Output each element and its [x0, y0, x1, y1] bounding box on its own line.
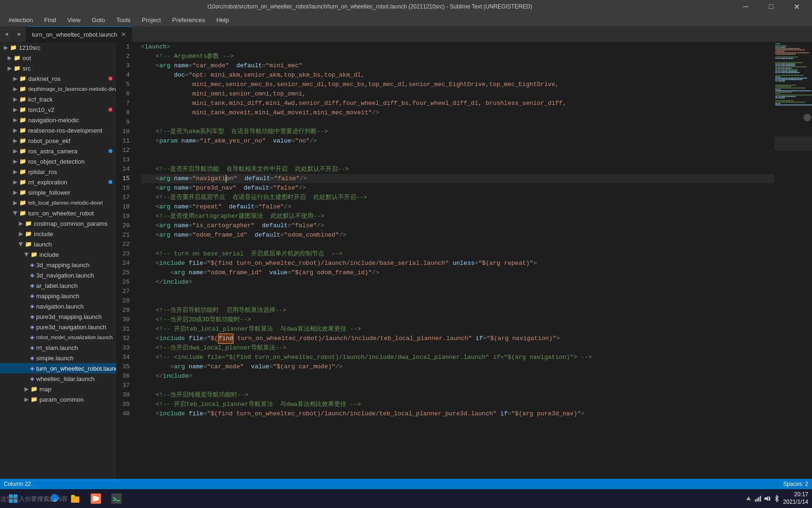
code-line-25: <arg name="odom_frame_id" value="$(arg o…	[141, 268, 774, 278]
tab-nav-prev[interactable]: ◀	[0, 26, 13, 42]
sidebar-item-pure3d-mapping[interactable]: ◈ pure3d_mapping.launch	[0, 311, 116, 322]
menu-selection[interactable]: #election	[4, 15, 38, 25]
sidebar-item-map[interactable]: ▶ 📁 map	[0, 384, 116, 394]
sidebar-item-teb[interactable]: ▶ 📁 teb_local_planner-melodic-devel	[0, 198, 116, 208]
code-line-15: <arg name="navigation" default="false"/>	[141, 174, 774, 183]
tab-close-button[interactable]: ✕	[121, 31, 126, 38]
sidebar-item-pure3d-nav[interactable]: ◈ pure3d_navigation.launch	[0, 322, 116, 332]
line-num-17: 17	[117, 193, 133, 202]
sidebar-label: costmap_common_params	[34, 220, 108, 227]
menu-project[interactable]: Project	[137, 15, 165, 25]
menu-find[interactable]: Find	[39, 15, 61, 25]
menu-tools[interactable]: Tools	[111, 15, 135, 25]
sidebar-item-astra[interactable]: ▶ 📁 ros_astra_camera	[0, 146, 116, 156]
sidebar-label: realsense-ros-development	[28, 127, 102, 134]
sidebar-item-wheeltec-lidar[interactable]: ◈ wheeltec_lidar.launch	[0, 373, 116, 384]
sidebar-item-rplidar[interactable]: ▶ 📁 rplidar_ros	[0, 167, 116, 177]
sidebar-label: ros_object_detection	[28, 158, 85, 165]
line-num-9: 9	[117, 118, 133, 127]
code-line-40: <include file="$(find turn_on_wheeltec_r…	[141, 409, 774, 419]
sidebar-item-3d-mapping[interactable]: ◈ 3d_mapping.launch	[0, 260, 116, 270]
sidebar-item-oot[interactable]: ▶ 📁 oot	[0, 53, 116, 63]
sidebar-label: rrt_slam.launch	[36, 344, 78, 351]
file-icon: ◈	[30, 282, 34, 289]
folder-icon: 📁	[19, 75, 26, 82]
code-line-1: <launch>	[141, 42, 774, 52]
sidebar-item-include-launch[interactable]: ▶ 📁 include	[0, 249, 116, 260]
sidebar-item-src[interactable]: ▶ 📁 src	[0, 63, 116, 73]
taskbar-sublime[interactable]	[86, 490, 105, 507]
sidebar-item-darknet[interactable]: ▶ 📁 darknet_ros	[0, 73, 116, 84]
sidebar-item-turn-on[interactable]: ◈ turn_on_wheeltec_robot.launch	[0, 363, 116, 373]
line-num-29: 29	[117, 306, 133, 315]
minimize-button[interactable]: ─	[735, 0, 757, 13]
line-num-39: 39	[117, 400, 133, 409]
sidebar-item-nav[interactable]: ▶ 📁 navigation-melodic	[0, 115, 116, 125]
taskbar-edge[interactable]	[45, 490, 64, 507]
close-button[interactable]: ✕	[786, 0, 807, 13]
file-icon: ◈	[30, 355, 34, 361]
taskbar-explorer[interactable]	[66, 490, 85, 507]
sidebar-label: darknet_ros	[28, 75, 61, 82]
tab-item-launch[interactable]: turn_on_wheeltec_robot.launch ✕	[26, 26, 133, 42]
menu-view[interactable]: View	[62, 15, 85, 25]
line-num-12: 12	[117, 146, 133, 155]
sidebar-item-kcf[interactable]: ▶ 📁 kcf_track	[0, 94, 116, 104]
status-dot-red	[109, 77, 112, 80]
taskbar-system-tray: 20:17 2021/1/14	[745, 491, 808, 506]
line-num-36: 36	[117, 372, 133, 381]
folder-icon: 📁	[19, 168, 26, 175]
sidebar-item-wheeltec[interactable]: ▶ 📁 turn_on_wheeltec_robot	[0, 208, 116, 218]
code-line-24: <include file="$(find turn_on_wheeltec_r…	[141, 259, 774, 268]
menu-help[interactable]: Help	[211, 15, 234, 25]
sidebar-item-simple-launch[interactable]: ◈ simple.launch	[0, 353, 116, 363]
sidebar-item-param[interactable]: ▶ 📁 param_common	[0, 394, 116, 405]
sidebar-item-costmap[interactable]: ▶ 📁 costmap_common_params	[0, 218, 116, 229]
sidebar-item-realsense[interactable]: ▶ 📁 realsense-ros-development	[0, 125, 116, 135]
taskbar-search[interactable]	[24, 490, 43, 507]
sidebar-item-simple[interactable]: ▶ 📁 simple_follower	[0, 187, 116, 198]
sidebar-item-include-top[interactable]: ▶ 📁 include	[0, 229, 116, 239]
sidebar-item-depthimage[interactable]: ▶ 📁 depthimage_to_laserscan-melodic-deve…	[0, 84, 116, 94]
chevron-down-icon: ▶	[18, 242, 24, 246]
code-line-7: mini_tank,mini_diff,mini_4wd,senior_diff…	[141, 99, 774, 108]
sidebar-item-ar-label[interactable]: ◈ ar_label.launch	[0, 280, 116, 291]
sidebar-item-3d-nav[interactable]: ◈ 3d_navigation.launch	[0, 270, 116, 280]
menu-bar: #election Find View Goto Tools Project P…	[0, 13, 812, 26]
code-line-38: <!--当开启纯视觉导航功能时-->	[141, 390, 774, 400]
editor[interactable]: 1 2 3 4 5 6 7 8 9 10 11 12 13 14 15 16 1…	[117, 42, 812, 479]
chevron-icon: ▶	[13, 189, 17, 196]
sidebar-item-1210src[interactable]: ▶ 📁 1210src	[0, 42, 116, 53]
line-num-20: 20	[117, 221, 133, 230]
tab-nav-next[interactable]: ▶	[13, 26, 26, 42]
sidebar-label: depthimage_to_laserscan-melodic-devel	[28, 86, 116, 92]
sidebar-item-mapping[interactable]: ◈ mapping.launch	[0, 291, 116, 301]
sidebar-item-navigation-launch[interactable]: ◈ navigation.launch	[0, 301, 116, 311]
line-numbers: 1 2 3 4 5 6 7 8 9 10 11 12 13 14 15 16 1…	[117, 42, 137, 479]
sidebar-item-ros-object[interactable]: ▶ 📁 ros_object_detection	[0, 156, 116, 167]
menu-preferences[interactable]: Preferences	[167, 15, 210, 25]
code-line-32: <include file="$(find turn_on_wheeltec_r…	[141, 334, 774, 343]
taskbar-clock: 20:17 2021/1/14	[783, 491, 808, 506]
sidebar-label: robot_model_visualization.launch	[36, 334, 113, 340]
maximize-button[interactable]: □	[760, 0, 782, 13]
code-line-23: <!-- turn on base_serial 开启底层单片机的控制节点 --…	[141, 249, 774, 259]
folder-icon: 📁	[19, 96, 26, 103]
taskbar-terminal[interactable]	[107, 490, 126, 507]
sidebar-item-launch[interactable]: ▶ 📁 launch	[0, 239, 116, 249]
sidebar-label: turn_on_wheeltec_robot.launch	[36, 365, 116, 372]
sidebar-item-robot-model[interactable]: ◈ robot_model_visualization.launch	[0, 332, 116, 342]
sidebar-item-lsm[interactable]: ▶ 📁 lsm10_v2	[0, 104, 116, 115]
folder-icon: 📁	[19, 158, 26, 165]
line-num-21: 21	[117, 230, 133, 240]
sidebar-item-rrt[interactable]: ▶ 📁 rrt_exploration	[0, 177, 116, 187]
chevron-icon: ▶	[13, 148, 17, 154]
chevron-icon: ▶	[4, 44, 8, 51]
minimap-content: ████████ ████████████████████ ████ ████ …	[774, 42, 812, 107]
sidebar-item-robot-pose[interactable]: ▶ 📁 robot_pose_ekf	[0, 135, 116, 146]
menu-goto[interactable]: Goto	[87, 15, 109, 25]
sidebar-item-rrt-slam[interactable]: ◈ rrt_slam.launch	[0, 342, 116, 353]
file-icon: ◈	[30, 365, 34, 372]
code-area[interactable]: <launch> <!-- Arguments参数 --> <arg name=…	[137, 42, 774, 479]
line-num-32: 32	[117, 334, 133, 343]
